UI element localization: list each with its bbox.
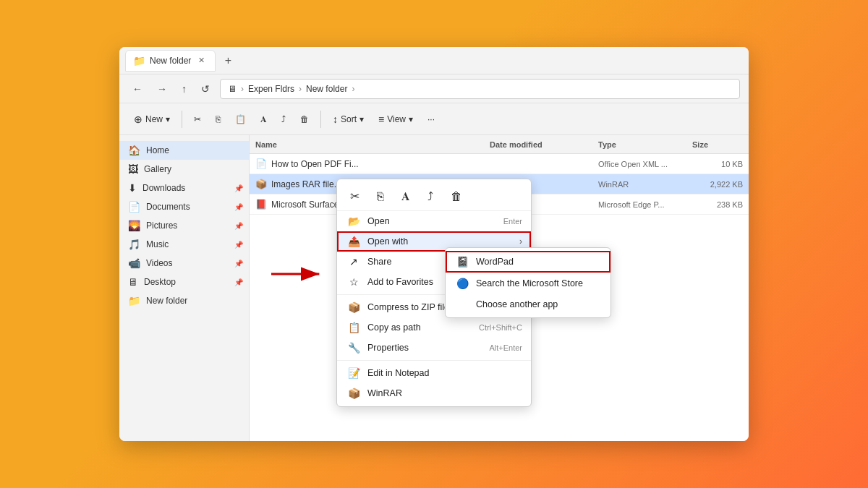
toolbar-divider-2 [320, 111, 321, 128]
pictures-pin: 📌 [234, 222, 243, 230]
view-label: View [387, 114, 406, 124]
file-size-0: 10 KB [692, 160, 743, 168]
gallery-icon: 🖼 [128, 163, 138, 175]
back-button[interactable]: ← [128, 80, 147, 98]
ctx-winrar-label: WinRAR [367, 388, 402, 398]
ctx-cut-icon[interactable]: ✂ [346, 187, 364, 206]
new-folder-icon: 📁 [128, 295, 140, 307]
submenu-wordpad[interactable]: 📓 WordPad [446, 251, 610, 273]
context-icons-row: ✂ ⎘ 𝐀 ⤴ 🗑 [337, 182, 531, 211]
ctx-favorites-icon: ☆ [347, 276, 360, 288]
submenu-choose-app[interactable]: Choose another app [446, 294, 610, 314]
ctx-open[interactable]: 📂 Open Enter [337, 211, 531, 231]
sort-label: Sort [341, 114, 357, 124]
submenu-wordpad-label: WordPad [476, 257, 514, 267]
ctx-properties[interactable]: 🔧 Properties Alt+Enter [337, 338, 531, 358]
submenu-choose-app-label: Choose another app [476, 299, 558, 309]
ctx-copy-icon[interactable]: ⎘ [373, 187, 388, 206]
ctx-share-icon[interactable]: ⤴ [423, 187, 438, 206]
new-tab-button[interactable]: + [218, 51, 237, 70]
sidebar-item-documents[interactable]: 📄 Documents 📌 [119, 197, 249, 216]
sort-chevron: ▾ [359, 114, 364, 124]
ctx-share-label: Share [367, 257, 391, 267]
share-button[interactable]: ⤴ [276, 111, 292, 128]
breadcrumb-part1: Expen Fldrs [248, 84, 294, 94]
ctx-edit-notepad[interactable]: 📝 Edit in Notepad [337, 363, 531, 383]
sidebar-videos-label: Videos [146, 258, 172, 268]
main-content: 🏠 Home 🖼 Gallery ⬇ Downloads 📌 📄 Documen… [119, 135, 749, 441]
videos-pin: 📌 [234, 260, 243, 267]
toolbar-divider-1 [182, 111, 182, 128]
file-icon-0: 📄 [255, 158, 267, 169]
rename-button[interactable]: 𝐀 [255, 111, 273, 128]
breadcrumb-part2: New folder [306, 84, 347, 94]
new-button[interactable]: ⊕ New ▾ [128, 110, 176, 129]
submenu-open-with: 📓 WordPad 🔵 Search the Microsoft Store C… [445, 247, 611, 318]
ctx-share-icon: ↗ [347, 256, 360, 267]
sidebar-item-pictures[interactable]: 🌄 Pictures 📌 [119, 216, 249, 235]
file-size-1: 2,922 KB [692, 180, 743, 189]
paste-button[interactable]: 📋 [229, 111, 252, 128]
sidebar-item-home[interactable]: 🏠 Home [119, 141, 249, 160]
sidebar-new-folder-label: New folder [146, 296, 187, 306]
sidebar-pictures-label: Pictures [146, 221, 177, 231]
documents-icon: 📄 [128, 201, 140, 213]
store-icon: 🔵 [456, 278, 469, 289]
col-date-header: Date modified [490, 140, 598, 149]
delete-button[interactable]: 🗑 [294, 111, 315, 128]
downloads-icon: ⬇ [128, 182, 137, 194]
title-bar: 📁 New folder ✕ + [119, 47, 749, 74]
tab-close-button[interactable]: ✕ [195, 54, 208, 67]
copy-button[interactable]: ⎘ [210, 111, 226, 128]
file-icon-2: 📕 [255, 199, 267, 210]
sidebar-item-desktop[interactable]: 🖥 Desktop 📌 [119, 273, 249, 291]
more-button[interactable]: ··· [422, 111, 441, 128]
file-type-0: Office Open XML ... [598, 160, 692, 168]
submenu-store-label: Search the Microsoft Store [476, 278, 583, 288]
file-row-0[interactable]: 📄 How to Open PDF Fi... Office Open XML … [250, 154, 749, 174]
submenu-store-search[interactable]: 🔵 Search the Microsoft Store [446, 273, 610, 294]
ctx-path-shortcut: Ctrl+Shift+C [479, 323, 522, 332]
sort-icon: ↕ [333, 114, 338, 125]
view-chevron: ▾ [409, 114, 413, 124]
sidebar-item-music[interactable]: 🎵 Music 📌 [119, 235, 249, 254]
sidebar-item-downloads[interactable]: ⬇ Downloads 📌 [119, 179, 249, 197]
share-icon: ⤴ [281, 114, 286, 124]
home-icon: 🏠 [128, 145, 140, 156]
ctx-path-icon: 📋 [347, 322, 360, 333]
ctx-winrar-icon: 📦 [347, 388, 360, 399]
ctx-copy-path[interactable]: 📋 Copy as path Ctrl+Shift+C [337, 317, 531, 338]
sidebar-home-label: Home [146, 145, 169, 155]
ctx-rename-icon[interactable]: 𝐀 [397, 187, 414, 206]
file-icon-1: 📦 [255, 179, 267, 189]
sidebar-item-new-folder[interactable]: 📁 New folder [119, 291, 249, 310]
sidebar-item-gallery[interactable]: 🖼 Gallery [119, 160, 249, 179]
wordpad-icon: 📓 [456, 256, 469, 267]
ctx-properties-label: Properties [367, 343, 409, 353]
file-explorer-window: 📁 New folder ✕ + ← → ↑ ↺ 🖥 › Expen Fldrs… [119, 47, 749, 441]
file-size-2: 238 KB [692, 200, 743, 209]
tab-folder-icon: 📁 [133, 55, 145, 67]
view-button[interactable]: ≡ View ▾ [373, 110, 419, 129]
refresh-button[interactable]: ↺ [197, 80, 214, 98]
col-name-header: Name [255, 140, 490, 149]
ctx-favorites-label: Add to Favorites [367, 277, 433, 287]
toolbar: ⊕ New ▾ ✂ ⎘ 📋 𝐀 ⤴ 🗑 ↕ Sort ▾ ≡ [119, 103, 749, 135]
videos-icon: 📹 [128, 257, 140, 269]
forward-button[interactable]: → [153, 80, 171, 98]
ctx-winrar[interactable]: 📦 WinRAR [337, 383, 531, 403]
downloads-pin: 📌 [234, 184, 243, 192]
ctx-properties-icon: 🔧 [347, 342, 360, 354]
col-size-header: Size [692, 140, 743, 149]
active-tab[interactable]: 📁 New folder ✕ [125, 50, 216, 72]
file-list-header: Name Date modified Type Size [250, 135, 749, 154]
sort-button[interactable]: ↕ Sort ▾ [327, 110, 370, 129]
desktop-icon: 🖥 [128, 276, 138, 288]
sidebar-item-videos[interactable]: 📹 Videos 📌 [119, 254, 249, 273]
cut-button[interactable]: ✂ [188, 111, 207, 128]
sidebar-music-label: Music [146, 239, 169, 249]
sidebar-documents-label: Documents [146, 202, 190, 212]
up-button[interactable]: ↑ [177, 80, 191, 98]
ctx-delete-icon[interactable]: 🗑 [446, 187, 467, 206]
address-bar[interactable]: 🖥 › Expen Fldrs › New folder › [220, 79, 740, 99]
